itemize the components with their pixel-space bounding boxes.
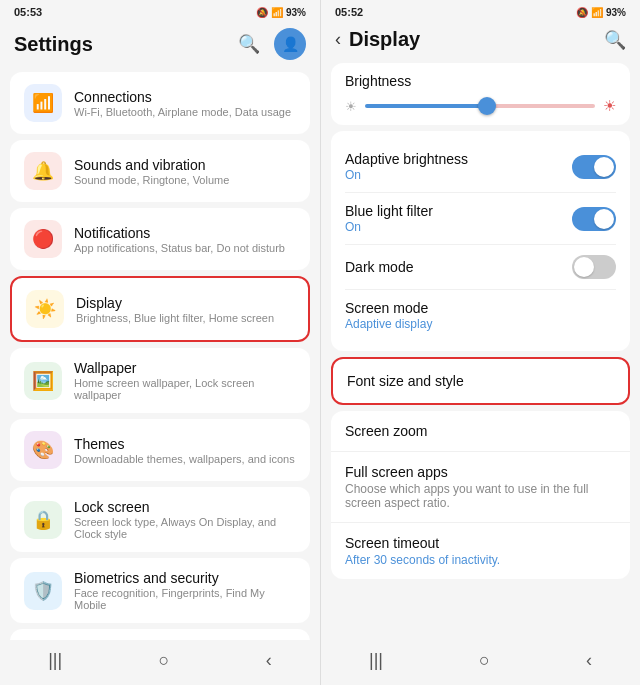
blue-light-thumb	[594, 209, 614, 229]
biometrics-subtitle: Face recognition, Fingerprints, Find My …	[74, 587, 296, 611]
font-size-card[interactable]: Font size and style	[331, 357, 630, 405]
right-nav-back[interactable]: ‹	[586, 650, 592, 671]
screen-timeout-label: Screen timeout	[345, 535, 616, 551]
left-top-bar: Settings 🔍 👤	[0, 22, 320, 68]
left-battery-icon: 🔕	[256, 7, 268, 18]
font-size-label: Font size and style	[347, 369, 614, 393]
adaptive-brightness-label: Adaptive brightness	[345, 151, 468, 167]
notifications-label: Notifications	[74, 225, 285, 241]
brightness-low-icon: ☀	[345, 99, 357, 114]
display-toggles-card: Adaptive brightness On Blue light filter…	[331, 131, 630, 351]
full-screen-apps-label: Full screen apps	[345, 464, 616, 480]
blue-light-row[interactable]: Blue light filter On	[345, 192, 616, 244]
screen-mode-row[interactable]: Screen mode Adaptive display	[345, 289, 616, 341]
left-nav-back[interactable]: ‹	[266, 650, 272, 671]
themes-icon: 🎨	[24, 431, 62, 469]
right-battery-pct: 93%	[606, 7, 626, 18]
right-time: 05:52	[335, 6, 363, 18]
blue-light-status: On	[345, 220, 433, 234]
left-nav-home[interactable]: ○	[159, 650, 170, 671]
connections-label: Connections	[74, 89, 291, 105]
right-nav-recent[interactable]: |||	[369, 650, 383, 671]
settings-item-biometrics[interactable]: 🛡️ Biometrics and security Face recognit…	[10, 558, 310, 623]
screen-zoom-row[interactable]: Screen zoom	[331, 411, 630, 452]
connections-icon: 📶	[24, 84, 62, 122]
dark-mode-row[interactable]: Dark mode	[345, 244, 616, 289]
settings-item-sounds[interactable]: 🔔 Sounds and vibration Sound mode, Ringt…	[10, 140, 310, 202]
settings-item-notifications[interactable]: 🔴 Notifications App notifications, Statu…	[10, 208, 310, 270]
brightness-high-icon: ☀	[603, 97, 616, 115]
lockscreen-subtitle: Screen lock type, Always On Display, and…	[74, 516, 296, 540]
settings-item-lockscreen[interactable]: 🔒 Lock screen Screen lock type, Always O…	[10, 487, 310, 552]
adaptive-brightness-row[interactable]: Adaptive brightness On	[345, 141, 616, 192]
settings-item-themes[interactable]: 🎨 Themes Downloadable themes, wallpapers…	[10, 419, 310, 481]
brightness-row[interactable]: ☀ ☀	[345, 97, 616, 115]
left-page-title: Settings	[14, 33, 93, 56]
display-label: Display	[76, 295, 274, 311]
screen-timeout-sublabel: After 30 seconds of inactivity.	[345, 553, 616, 567]
blue-light-label: Blue light filter	[345, 203, 433, 219]
left-status-bar: 05:53 🔕 📶 93%	[0, 0, 320, 22]
back-button[interactable]: ‹	[335, 29, 341, 50]
screen-timeout-row[interactable]: Screen timeout After 30 seconds of inact…	[331, 523, 630, 579]
left-panel: 05:53 🔕 📶 93% Settings 🔍 👤 📶 Connections…	[0, 0, 320, 685]
right-status-icons: 🔕 📶 93%	[576, 7, 626, 18]
left-time: 05:53	[14, 6, 42, 18]
themes-label: Themes	[74, 436, 295, 452]
sounds-subtitle: Sound mode, Ringtone, Volume	[74, 174, 229, 186]
connections-subtitle: Wi-Fi, Bluetooth, Airplane mode, Data us…	[74, 106, 291, 118]
avatar[interactable]: 👤	[274, 28, 306, 60]
brightness-thumb[interactable]	[478, 97, 496, 115]
dark-mode-toggle[interactable]	[572, 255, 616, 279]
right-panel: 05:52 🔕 📶 93% ‹ Display 🔍 Brightness ☀ ☀	[320, 0, 640, 685]
full-screen-apps-sublabel: Choose which apps you want to use in the…	[345, 482, 616, 510]
settings-item-wallpaper[interactable]: 🖼️ Wallpaper Home screen wallpaper, Lock…	[10, 348, 310, 413]
blue-light-toggle[interactable]	[572, 207, 616, 231]
display-page-title: Display	[349, 28, 604, 51]
left-top-icons: 🔍 👤	[238, 28, 306, 60]
settings-item-display[interactable]: ☀️ Display Brightness, Blue light filter…	[10, 276, 310, 342]
biometrics-label: Biometrics and security	[74, 570, 296, 586]
display-search-icon[interactable]: 🔍	[604, 29, 626, 51]
screen-mode-sublabel: Adaptive display	[345, 317, 432, 331]
screen-zoom-label: Screen zoom	[345, 423, 616, 439]
adaptive-brightness-thumb	[594, 157, 614, 177]
wallpaper-icon: 🖼️	[24, 362, 62, 400]
display-top-bar: ‹ Display 🔍	[321, 22, 640, 59]
left-bottom-nav: ||| ○ ‹	[0, 640, 320, 685]
biometrics-icon: 🛡️	[24, 572, 62, 610]
left-battery-pct: 93%	[286, 7, 306, 18]
lockscreen-label: Lock screen	[74, 499, 296, 515]
settings-item-privacy[interactable]: 🛡️ Privacy Permission manager	[10, 629, 310, 640]
notifications-icon: 🔴	[24, 220, 62, 258]
right-battery-icon: 🔕	[576, 7, 588, 18]
right-bottom-nav: ||| ○ ‹	[321, 640, 640, 685]
left-status-icons: 🔕 📶 93%	[256, 7, 306, 18]
brightness-card: Brightness ☀ ☀	[331, 63, 630, 125]
right-signal-icon: 📶	[591, 7, 603, 18]
other-settings-card: Screen zoom Full screen apps Choose whic…	[331, 411, 630, 579]
notifications-subtitle: App notifications, Status bar, Do not di…	[74, 242, 285, 254]
lockscreen-icon: 🔒	[24, 501, 62, 539]
dark-mode-thumb	[574, 257, 594, 277]
display-subtitle: Brightness, Blue light filter, Home scre…	[76, 312, 274, 324]
full-screen-apps-row[interactable]: Full screen apps Choose which apps you w…	[331, 452, 630, 523]
left-signal-icon: 📶	[271, 7, 283, 18]
left-nav-recent[interactable]: |||	[48, 650, 62, 671]
wallpaper-label: Wallpaper	[74, 360, 296, 376]
right-status-bar: 05:52 🔕 📶 93%	[321, 0, 640, 22]
brightness-label: Brightness	[345, 73, 616, 89]
adaptive-brightness-status: On	[345, 168, 468, 182]
dark-mode-label: Dark mode	[345, 259, 413, 275]
display-icon: ☀️	[26, 290, 64, 328]
right-nav-home[interactable]: ○	[479, 650, 490, 671]
settings-list: 📶 Connections Wi-Fi, Bluetooth, Airplane…	[0, 68, 320, 640]
brightness-slider[interactable]	[365, 104, 595, 108]
display-content: Brightness ☀ ☀ Adaptive brightness On	[321, 59, 640, 640]
sounds-icon: 🔔	[24, 152, 62, 190]
screen-mode-label: Screen mode	[345, 300, 432, 316]
adaptive-brightness-toggle[interactable]	[572, 155, 616, 179]
wallpaper-subtitle: Home screen wallpaper, Lock screen wallp…	[74, 377, 296, 401]
settings-item-connections[interactable]: 📶 Connections Wi-Fi, Bluetooth, Airplane…	[10, 72, 310, 134]
search-icon[interactable]: 🔍	[238, 33, 260, 55]
